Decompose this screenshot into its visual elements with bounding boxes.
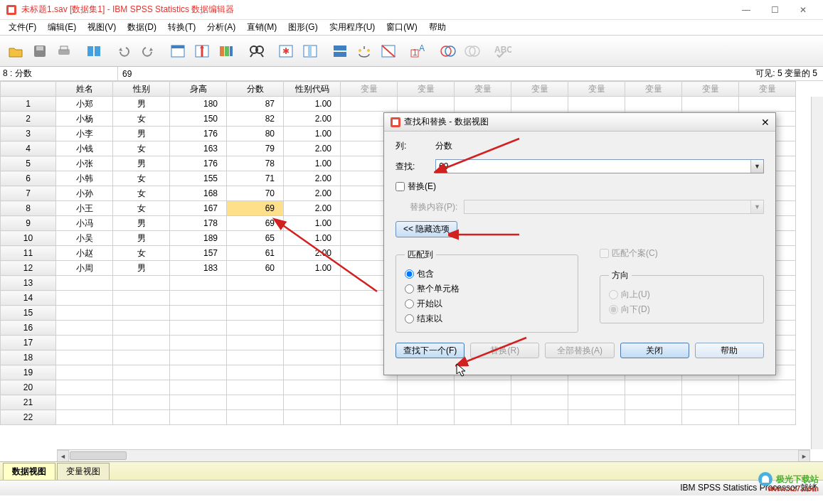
empty-cell[interactable] xyxy=(511,395,568,410)
match-contain-radio[interactable] xyxy=(405,269,414,279)
row-header[interactable]: 10 xyxy=(1,231,56,246)
empty-cell[interactable] xyxy=(113,395,170,410)
cell-reference[interactable]: 8 : 分数 xyxy=(0,67,118,80)
cell[interactable]: 1.00 xyxy=(284,97,341,112)
empty-cell[interactable] xyxy=(625,395,682,410)
dialog-titlebar[interactable]: 查找和替换 - 数据视图 ✕ xyxy=(384,113,775,132)
row-header[interactable]: 3 xyxy=(1,127,56,141)
empty-cell[interactable] xyxy=(113,350,170,365)
cell[interactable]: 2.00 xyxy=(284,246,341,261)
empty-cell[interactable] xyxy=(113,410,170,425)
insert-var-icon[interactable] xyxy=(299,40,322,63)
empty-cell[interactable] xyxy=(398,97,455,112)
empty-cell[interactable] xyxy=(170,365,227,380)
cell[interactable]: 157 xyxy=(170,246,227,261)
cell[interactable]: 小王 xyxy=(56,201,113,216)
cell[interactable]: 71 xyxy=(227,171,284,186)
empty-cell[interactable] xyxy=(227,291,284,306)
empty-column-header[interactable]: 变量 xyxy=(682,82,739,97)
empty-cell[interactable] xyxy=(227,276,284,291)
empty-cell[interactable] xyxy=(227,336,284,350)
empty-cell[interactable] xyxy=(170,291,227,306)
cell[interactable]: 167 xyxy=(170,201,227,216)
match-end-radio[interactable] xyxy=(405,314,414,323)
empty-cell[interactable] xyxy=(398,380,455,395)
empty-cell[interactable] xyxy=(113,321,170,336)
close-dialog-button[interactable]: 关闭 xyxy=(620,343,689,358)
empty-cell[interactable] xyxy=(284,291,341,306)
row-header[interactable]: 18 xyxy=(1,350,56,365)
cell[interactable]: 小钱 xyxy=(56,141,113,156)
empty-cell[interactable] xyxy=(170,306,227,321)
empty-cell[interactable] xyxy=(511,410,568,425)
table-row[interactable]: 21 xyxy=(1,395,796,410)
cell[interactable]: 61 xyxy=(227,246,284,261)
select-cases-icon[interactable] xyxy=(377,40,400,63)
empty-cell[interactable] xyxy=(625,380,682,395)
cell[interactable]: 女 xyxy=(113,246,170,261)
close-button[interactable]: ✕ xyxy=(789,0,817,20)
cell[interactable]: 180 xyxy=(170,97,227,112)
empty-column-header[interactable]: 变量 xyxy=(398,82,455,97)
empty-cell[interactable] xyxy=(341,395,398,410)
empty-cell[interactable] xyxy=(739,380,796,395)
column-header[interactable]: 性别 xyxy=(113,82,170,97)
row-header[interactable]: 15 xyxy=(1,306,56,321)
empty-cell[interactable] xyxy=(511,380,568,395)
sets-icon[interactable] xyxy=(437,40,460,63)
empty-cell[interactable] xyxy=(113,276,170,291)
cell[interactable]: 1.00 xyxy=(284,231,341,246)
cell[interactable]: 163 xyxy=(170,141,227,156)
empty-cell[interactable] xyxy=(113,336,170,350)
horizontal-scrollbar[interactable]: ◄ ► xyxy=(57,449,810,461)
cell[interactable]: 小周 xyxy=(56,261,113,276)
goto-var-icon[interactable] xyxy=(191,40,213,63)
table-row[interactable]: 1 小郑 男 180 87 1.00 xyxy=(1,97,796,112)
menu-data[interactable]: 数据(D) xyxy=(122,20,162,35)
cell[interactable]: 男 xyxy=(113,261,170,276)
cell[interactable]: 82 xyxy=(227,112,284,127)
cell[interactable]: 176 xyxy=(170,127,227,141)
empty-cell[interactable] xyxy=(284,380,341,395)
menu-view[interactable]: 视图(V) xyxy=(82,20,122,35)
empty-cell[interactable] xyxy=(284,336,341,350)
cell[interactable]: 189 xyxy=(170,231,227,246)
menu-transform[interactable]: 转换(T) xyxy=(162,20,201,35)
menu-graphs[interactable]: 图形(G) xyxy=(282,20,323,35)
scroll-left-icon[interactable]: ◄ xyxy=(57,450,69,461)
cell[interactable]: 小韩 xyxy=(56,171,113,186)
table-row[interactable]: 22 xyxy=(1,410,796,425)
row-header[interactable]: 8 xyxy=(1,201,56,216)
spellcheck-icon[interactable]: ABC xyxy=(491,40,514,63)
cell[interactable]: 80 xyxy=(227,127,284,141)
empty-cell[interactable] xyxy=(227,380,284,395)
empty-column-header[interactable]: 变量 xyxy=(511,82,568,97)
empty-cell[interactable] xyxy=(56,365,113,380)
empty-cell[interactable] xyxy=(227,410,284,425)
empty-cell[interactable] xyxy=(56,395,113,410)
empty-cell[interactable] xyxy=(511,97,568,112)
cell[interactable]: 1.00 xyxy=(284,261,341,276)
cell[interactable]: 2.00 xyxy=(284,201,341,216)
replace-checkbox[interactable] xyxy=(395,182,405,191)
insert-case-icon[interactable]: ✱ xyxy=(275,40,297,63)
help-button[interactable]: 帮助 xyxy=(695,343,764,358)
cell[interactable]: 155 xyxy=(170,171,227,186)
empty-cell[interactable] xyxy=(398,410,455,425)
variables-icon[interactable] xyxy=(215,40,238,63)
redo-icon[interactable] xyxy=(137,40,159,63)
cell[interactable]: 小吴 xyxy=(56,231,113,246)
empty-cell[interactable] xyxy=(455,380,511,395)
empty-cell[interactable] xyxy=(170,410,227,425)
menu-help[interactable]: 帮助 xyxy=(423,20,452,35)
weight-icon[interactable] xyxy=(353,40,376,63)
column-header[interactable]: 身高 xyxy=(170,82,227,97)
cell[interactable]: 2.00 xyxy=(284,171,341,186)
cell[interactable]: 69 xyxy=(227,201,284,216)
cell[interactable]: 男 xyxy=(113,156,170,171)
empty-cell[interactable] xyxy=(170,380,227,395)
cell[interactable]: 178 xyxy=(170,216,227,231)
cell[interactable]: 87 xyxy=(227,97,284,112)
empty-cell[interactable] xyxy=(568,410,625,425)
empty-cell[interactable] xyxy=(625,410,682,425)
